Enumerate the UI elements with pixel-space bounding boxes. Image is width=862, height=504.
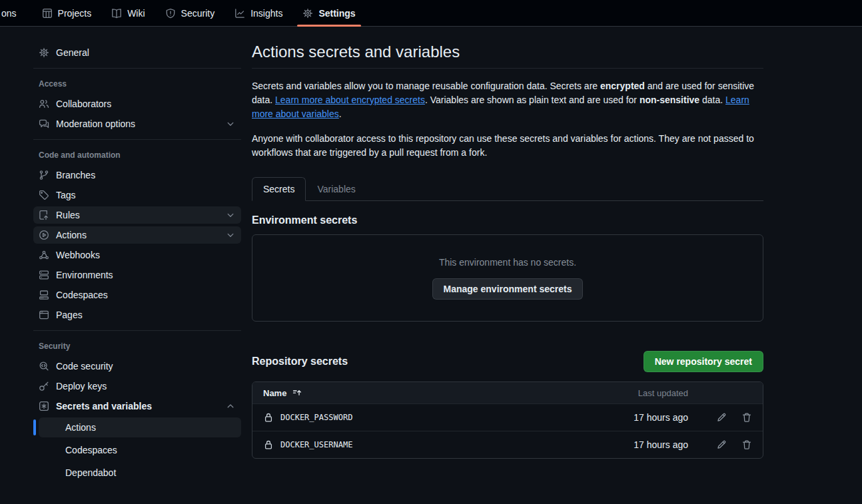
sidebar-section-code-automation: Code and automation	[33, 146, 241, 166]
sidebar-section-access: Access	[33, 75, 241, 95]
sidebar-item-secrets-and-variables[interactable]: Secrets and variables	[33, 397, 241, 415]
asterisk-box-icon	[39, 401, 49, 411]
environment-secrets-heading: Environment secrets	[252, 214, 763, 226]
nav-item-label: Wiki	[127, 8, 145, 19]
sidebar-item-code-security[interactable]: Code security	[33, 358, 241, 375]
column-header-last-updated: Last updated	[615, 388, 688, 398]
sidebar-item-branches[interactable]: Branches	[33, 166, 241, 184]
git-branch-icon	[39, 170, 49, 180]
sidebar-item-actions[interactable]: Actions	[33, 226, 241, 244]
tag-icon	[39, 190, 49, 200]
webhook-icon	[39, 250, 49, 260]
sidebar-item-rules[interactable]: Rules	[33, 206, 241, 224]
nav-item-cropped-label: ons	[1, 8, 17, 19]
nav-item-label: Security	[181, 8, 215, 19]
sidebar-item-deploy-keys[interactable]: Deploy keys	[33, 378, 241, 395]
sidebar-item-label: Secrets and variables	[56, 401, 152, 411]
sidebar-item-label: Branches	[56, 170, 95, 180]
sidebar-subitem-actions[interactable]: Actions	[39, 417, 241, 437]
sidebar-item-webhooks[interactable]: Webhooks	[33, 246, 241, 264]
comment-discussion-icon	[39, 119, 49, 129]
sidebar-divider	[33, 330, 241, 331]
nav-item-projects[interactable]: Projects	[35, 0, 99, 26]
chevron-up-icon	[225, 401, 236, 411]
graph-icon	[234, 8, 245, 19]
nav-item-wiki[interactable]: Wiki	[105, 0, 151, 26]
new-repository-secret-button[interactable]: New repository secret	[644, 351, 763, 372]
edit-secret-button[interactable]	[716, 439, 727, 450]
environment-secrets-box: This environment has no secrets. Manage …	[252, 234, 763, 322]
manage-environment-secrets-button[interactable]: Manage environment secrets	[432, 278, 584, 300]
column-header-name: Name	[263, 388, 286, 398]
nav-item-security[interactable]: Security	[159, 0, 222, 26]
sidebar-item-label: Environments	[56, 270, 113, 280]
intro-text: Secrets and variables allow you to manag…	[252, 81, 600, 91]
sidebar-divider	[33, 139, 241, 140]
sidebar-subitem-codespaces[interactable]: Codespaces	[39, 440, 241, 460]
table-row: DOCKER_PASSWORD 17 hours ago	[252, 403, 763, 431]
sidebar-divider	[33, 68, 241, 69]
link-encrypted-secrets[interactable]: Learn more about encrypted secrets	[275, 95, 425, 105]
intro-text: . Variables are shown as plain text and …	[425, 95, 640, 105]
sidebar-item-label: Tags	[56, 190, 76, 200]
sidebar-item-label: Codespaces	[65, 445, 117, 455]
nav-item-settings[interactable]: Settings	[296, 0, 362, 26]
intro-bold-non-sensitive: non-sensitive	[640, 95, 699, 105]
sidebar-item-label: Pages	[56, 310, 83, 320]
page-title: Actions secrets and variables	[252, 43, 763, 69]
people-icon	[39, 99, 49, 109]
sidebar-item-environments[interactable]: Environments	[33, 266, 241, 284]
repo-tab-nav: ons Projects Wiki Security Insights Sett…	[0, 0, 862, 27]
sidebar-item-label: Moderation options	[56, 119, 135, 129]
gear-icon	[302, 8, 313, 19]
browser-icon	[39, 310, 49, 320]
edit-secret-button[interactable]	[716, 412, 727, 423]
table-row: DOCKER_USERNAME 17 hours ago	[252, 431, 763, 458]
sidebar-item-label: Collaborators	[56, 99, 111, 109]
play-circle-icon	[39, 230, 49, 240]
nav-item-label: Insights	[250, 8, 282, 19]
key-icon	[39, 381, 49, 391]
main-content: Actions secrets and variables Secrets an…	[252, 27, 763, 459]
sidebar-item-label: Dependabot	[65, 467, 116, 478]
secret-name: DOCKER_USERNAME	[280, 440, 352, 449]
sidebar-item-moderation-options[interactable]: Moderation options	[33, 115, 241, 132]
sidebar-subitem-dependabot[interactable]: Dependabot	[39, 463, 241, 483]
chevron-down-icon	[225, 119, 236, 129]
sidebar-item-label: Actions	[65, 422, 96, 433]
sidebar-item-label: General	[56, 47, 89, 58]
collaborator-paragraph: Anyone with collaborator access to this …	[252, 132, 763, 160]
sidebar-item-label: Rules	[56, 210, 80, 220]
projects-icon	[42, 8, 53, 19]
intro-text: .	[339, 109, 342, 119]
secret-last-updated: 17 hours ago	[615, 412, 688, 423]
nav-item-label: Settings	[318, 8, 355, 19]
repository-secrets-heading: Repository secrets	[252, 356, 348, 368]
sidebar-item-tags[interactable]: Tags	[33, 186, 241, 204]
tab-variables[interactable]: Variables	[306, 177, 366, 201]
nav-item-insights[interactable]: Insights	[228, 0, 289, 26]
sidebar-item-codespaces[interactable]: Codespaces	[33, 286, 241, 304]
sidebar-item-general[interactable]: General	[33, 44, 241, 61]
secret-last-updated: 17 hours ago	[615, 439, 688, 450]
wiki-icon	[111, 8, 122, 19]
chevron-down-icon	[225, 210, 236, 220]
sort-ascending-icon[interactable]	[292, 387, 302, 398]
sidebar-item-label: Webhooks	[56, 250, 100, 260]
sidebar-item-pages[interactable]: Pages	[33, 306, 241, 324]
tab-secrets[interactable]: Secrets	[252, 177, 306, 201]
sidebar-item-collaborators[interactable]: Collaborators	[33, 95, 241, 113]
sidebar-item-label: Deploy keys	[56, 381, 107, 391]
intro-text: data.	[699, 95, 725, 105]
sidebar-item-label: Code security	[56, 361, 113, 372]
table-header-row: Name Last updated	[252, 382, 763, 403]
delete-secret-button[interactable]	[741, 412, 752, 423]
settings-sidebar: General Access Collaborators Moderation …	[33, 27, 241, 485]
server-icon	[39, 270, 49, 280]
intro-paragraph: Secrets and variables allow you to manag…	[252, 79, 763, 121]
delete-secret-button[interactable]	[741, 439, 752, 450]
lock-icon	[263, 412, 274, 423]
nav-item-label: Projects	[58, 8, 92, 19]
nav-item-cropped[interactable]: ons	[1, 0, 19, 26]
sidebar-item-label: Actions	[56, 230, 87, 240]
